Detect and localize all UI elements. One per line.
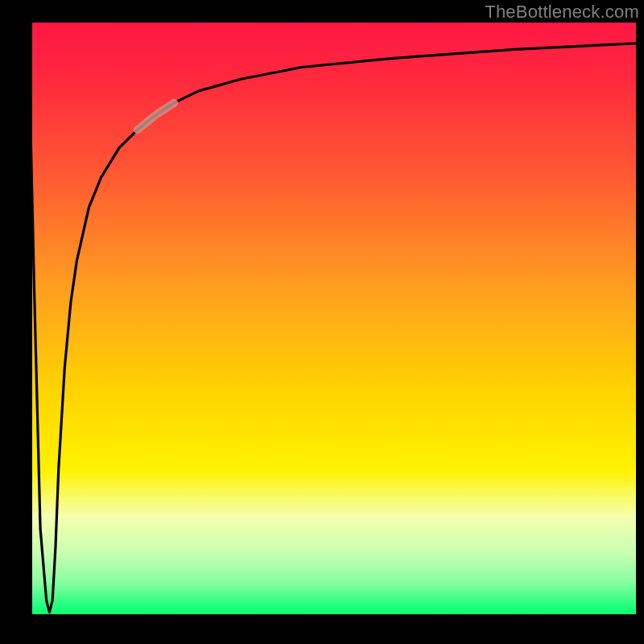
plot-area — [28, 23, 636, 618]
watermark-label: TheBottleneck.com — [485, 2, 639, 23]
bottleneck-curve-path — [28, 23, 636, 613]
chart-frame: TheBottleneck.com — [0, 0, 644, 644]
mask-bottom — [0, 618, 644, 644]
mask-left — [0, 0, 28, 644]
mask-right — [636, 0, 644, 644]
y-axis — [28, 23, 32, 618]
curve-svg — [28, 23, 636, 618]
curve-highlight — [138, 103, 174, 130]
